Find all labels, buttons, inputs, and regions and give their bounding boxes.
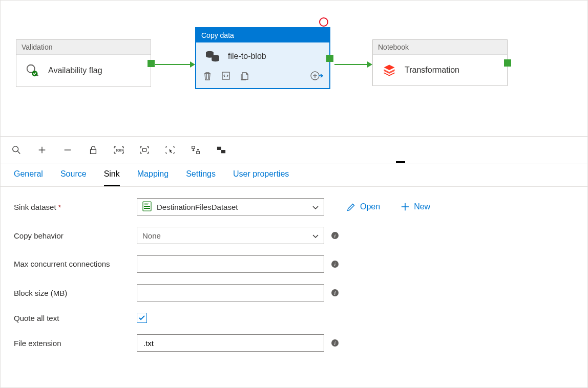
property-tabs: General Source Sink Mapping Settings Use… <box>1 163 587 187</box>
connector-arrow <box>155 64 191 65</box>
new-dataset-button[interactable]: New <box>401 202 430 211</box>
svg-rect-21 <box>221 150 225 153</box>
pipeline-canvas[interactable]: Validation Availability flag Copy data <box>1 1 587 137</box>
dataset-icon: csv <box>142 201 152 213</box>
activity-name: Transformation <box>405 66 459 75</box>
svg-rect-15 <box>91 149 96 154</box>
max-connections-input[interactable] <box>137 255 324 273</box>
zoom-out-icon[interactable] <box>62 144 73 156</box>
copy-behavior-label: Copy behavior <box>14 231 137 240</box>
tab-sink[interactable]: Sink <box>104 169 120 186</box>
lock-icon[interactable] <box>88 144 99 156</box>
caret-down-icon <box>312 231 319 240</box>
multi-select-icon[interactable] <box>164 144 176 156</box>
info-icon[interactable]: i <box>331 261 339 268</box>
activity-type-label: Copy data <box>196 28 329 42</box>
info-icon[interactable]: i <box>331 289 339 296</box>
activity-notebook[interactable]: Notebook Transformation <box>372 39 508 86</box>
svg-point-10 <box>13 146 18 152</box>
activity-copy-data[interactable]: Copy data file-to-blob <box>195 27 330 89</box>
activity-type-label: Validation <box>16 40 151 55</box>
output-port[interactable] <box>148 60 155 67</box>
sink-dataset-select[interactable]: csv DestinationFilesDataset <box>137 198 324 215</box>
code-icon[interactable] <box>221 71 231 82</box>
svg-rect-20 <box>217 146 221 149</box>
activity-name: file-to-blob <box>228 52 266 61</box>
info-icon[interactable]: i <box>331 339 339 347</box>
reorder-icon[interactable] <box>216 144 227 156</box>
tab-settings[interactable]: Settings <box>186 169 216 186</box>
add-output-icon[interactable] <box>310 70 323 83</box>
sink-dataset-label: Sink dataset* <box>14 203 137 211</box>
arrow-head-icon <box>190 61 195 68</box>
tab-mapping[interactable]: Mapping <box>137 169 169 186</box>
copy-behavior-select[interactable]: None <box>137 227 324 244</box>
quote-all-label: Quote all text <box>14 314 137 322</box>
svg-text:100%: 100% <box>116 148 124 152</box>
output-port[interactable] <box>504 59 511 67</box>
connector-arrow <box>334 64 368 65</box>
info-icon[interactable]: i <box>331 232 339 239</box>
database-copy-icon <box>203 50 222 63</box>
quote-all-checkbox[interactable] <box>137 313 147 323</box>
zoom-100-icon[interactable]: 100% <box>113 144 124 156</box>
file-extension-input[interactable] <box>137 334 324 352</box>
activity-validation[interactable]: Validation Availability flag <box>16 39 151 87</box>
databricks-icon <box>380 63 398 77</box>
search-icon[interactable] <box>11 144 22 156</box>
arrow-head-icon <box>367 61 372 68</box>
copy-icon[interactable] <box>239 71 249 82</box>
activity-name: Availability flag <box>48 66 102 75</box>
drag-handle[interactable] <box>396 161 405 163</box>
max-connections-label: Max concurrent connections <box>14 259 137 269</box>
svg-rect-23 <box>144 206 150 207</box>
tab-user-properties[interactable]: User properties <box>233 169 289 186</box>
file-extension-label: File extension <box>14 339 137 348</box>
copy-behavior-value: None <box>142 231 161 240</box>
svg-rect-19 <box>197 151 199 154</box>
delete-icon[interactable] <box>202 71 213 82</box>
activity-type-label: Notebook <box>373 40 507 55</box>
magnifier-check-icon <box>24 63 42 78</box>
tab-general[interactable]: General <box>14 169 43 186</box>
sink-form: Sink dataset* csv DestinationFilesDatase… <box>1 187 587 374</box>
status-indicator-error <box>319 17 328 27</box>
caret-down-icon <box>312 203 319 211</box>
svg-rect-17 <box>142 148 146 151</box>
svg-line-11 <box>18 151 20 154</box>
canvas-toolbar: 100% <box>1 137 587 163</box>
app-root: Validation Availability flag Copy data <box>0 0 588 388</box>
fit-screen-icon[interactable] <box>139 144 150 156</box>
svg-rect-24 <box>144 208 150 209</box>
svg-rect-18 <box>192 146 195 148</box>
tab-source[interactable]: Source <box>60 169 87 186</box>
sink-dataset-value: DestinationFilesDataset <box>157 203 238 211</box>
svg-text:csv: csv <box>144 202 149 205</box>
zoom-in-icon[interactable] <box>36 144 48 156</box>
output-port[interactable] <box>326 55 333 62</box>
auto-align-icon[interactable] <box>190 144 201 156</box>
block-size-input[interactable] <box>137 284 324 301</box>
block-size-label: Block size (MB) <box>14 289 137 297</box>
open-dataset-button[interactable]: Open <box>347 202 380 211</box>
